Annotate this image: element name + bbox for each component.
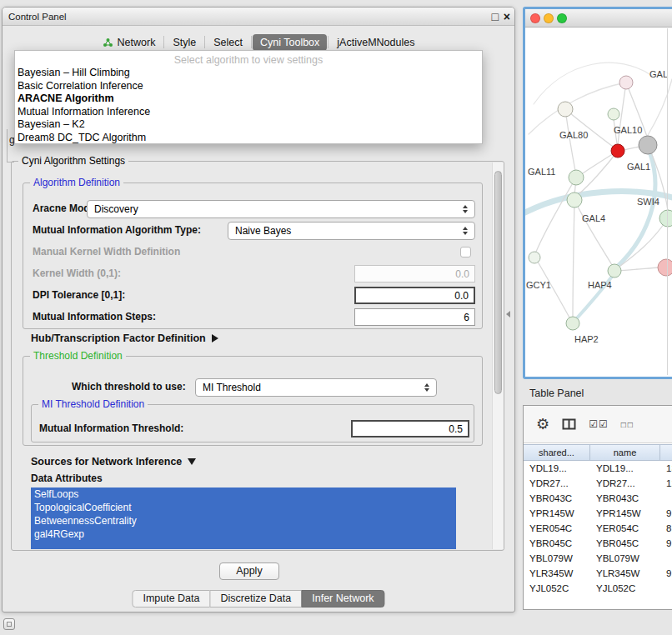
close-icon[interactable]: × bbox=[504, 8, 510, 25]
table-row[interactable]: YER054CYER054C8. bbox=[524, 521, 672, 536]
network-node[interactable] bbox=[569, 170, 584, 185]
column-header[interactable]: name bbox=[590, 444, 660, 461]
node-label: GAL4 bbox=[582, 213, 605, 223]
manual-kernel-checkbox bbox=[460, 247, 471, 258]
sources-expander[interactable]: Sources for Network Inference bbox=[31, 456, 196, 468]
network-node[interactable] bbox=[658, 259, 672, 276]
mi-type-select[interactable]: Naive Bayes bbox=[228, 222, 475, 240]
tab-separator bbox=[163, 36, 164, 48]
tab-select[interactable]: Select bbox=[206, 34, 250, 51]
expand-right-icon bbox=[212, 334, 218, 342]
network-node[interactable] bbox=[639, 136, 657, 154]
zoom-traffic-icon[interactable] bbox=[557, 13, 567, 23]
table-row[interactable]: YDR27...YDR27...12 bbox=[524, 476, 672, 491]
algorithm-menu-item[interactable]: ARACNE Algorithm bbox=[15, 92, 482, 106]
table-cell: YLR345W bbox=[590, 566, 660, 581]
column-header[interactable]: shared... bbox=[524, 444, 590, 461]
network-edge bbox=[536, 178, 576, 252]
network-node[interactable] bbox=[611, 144, 624, 158]
table-row[interactable]: YDL19...YDL19...13 bbox=[524, 461, 672, 476]
columns-icon[interactable] bbox=[562, 418, 576, 430]
attribute-item-partial[interactable] bbox=[31, 541, 456, 549]
tab-label: Select bbox=[213, 37, 243, 48]
mi-type-value: Naive Bayes bbox=[235, 225, 458, 237]
float-window-icon[interactable]: □ bbox=[492, 8, 499, 25]
table-cell bbox=[660, 491, 672, 506]
select-all-icon[interactable]: ☑☑ bbox=[589, 418, 609, 430]
network-view-window: GALGAL80GAL10GAL11GAL1SWI4GAL4GCY1HAP4HA… bbox=[523, 7, 672, 379]
network-edge bbox=[624, 147, 639, 150]
table-row[interactable]: YLR345WYLR345W9. bbox=[524, 566, 672, 581]
deselect-all-icon[interactable]: □□ bbox=[621, 420, 634, 429]
algorithm-menu-item[interactable]: Bayesian – K2 bbox=[15, 118, 482, 132]
network-node[interactable] bbox=[529, 252, 540, 263]
bottom-tab-impute-data[interactable]: Impute Data bbox=[132, 590, 210, 608]
gear-icon[interactable]: ⚙ bbox=[536, 415, 549, 433]
attribute-item[interactable]: BetweennessCentrality bbox=[31, 514, 456, 528]
tab-jactivemnodules[interactable]: jActiveMNodules bbox=[329, 34, 422, 51]
network-edge bbox=[534, 62, 652, 104]
table-cell: YDL19... bbox=[590, 461, 660, 476]
threshold-type-select[interactable]: MI Threshold bbox=[195, 378, 437, 397]
algorithm-menu-item[interactable]: Basic Correlation Inference bbox=[15, 80, 482, 93]
kernel-width-input bbox=[354, 265, 475, 282]
mi-type-label: Mutual Information Algorithm Type: bbox=[33, 224, 201, 236]
table-row[interactable]: YJL052CYJL052C bbox=[524, 581, 672, 596]
spinner-arrows-icon bbox=[463, 227, 468, 235]
tab-network[interactable]: Network bbox=[95, 34, 163, 51]
mi-steps-label: Mutual Information Steps: bbox=[33, 311, 156, 322]
hub-definition-label: Hub/Transcription Factor Definition bbox=[31, 332, 206, 344]
table-cell: 9. bbox=[660, 536, 672, 551]
mi-threshold-input[interactable] bbox=[351, 420, 469, 438]
apply-button[interactable]: Apply bbox=[219, 562, 279, 580]
table-cell: YBR045C bbox=[524, 536, 590, 551]
network-node[interactable] bbox=[659, 210, 672, 227]
network-edge bbox=[565, 109, 575, 171]
algorithm-menu-item[interactable]: Mutual Information Inference bbox=[15, 106, 482, 119]
table-cell: YPR145W bbox=[590, 506, 660, 521]
hub-definition-expander[interactable]: Hub/Transcription Factor Definition bbox=[31, 332, 218, 344]
panel-collapse-icon[interactable] bbox=[506, 311, 510, 318]
attribute-item[interactable]: TopologicalCoefficient bbox=[31, 501, 456, 514]
node-label: HAP4 bbox=[588, 280, 612, 290]
table-row[interactable]: YBR045CYBR045C9. bbox=[524, 536, 672, 551]
attribute-item[interactable]: SelfLoops bbox=[31, 488, 456, 501]
aracne-mode-select[interactable]: Discovery bbox=[87, 200, 475, 218]
close-traffic-icon[interactable] bbox=[530, 13, 540, 23]
tab-label: Network bbox=[118, 37, 156, 48]
node-label: GAL1 bbox=[627, 162, 650, 172]
panel-dock-icon[interactable] bbox=[3, 618, 15, 630]
network-node[interactable] bbox=[567, 192, 582, 208]
mi-steps-input[interactable] bbox=[354, 308, 475, 326]
algorithm-menu-item[interactable]: Dream8 DC_TDC Algorithm bbox=[15, 132, 482, 145]
table-cell: YBL079W bbox=[524, 551, 590, 566]
network-canvas[interactable]: GALGAL80GAL10GAL11GAL1SWI4GAL4GCY1HAP4HA… bbox=[525, 28, 672, 377]
table-row[interactable]: YBR043CYBR043C bbox=[524, 491, 672, 506]
minimize-traffic-icon[interactable] bbox=[544, 13, 554, 23]
table-toolbar: ⚙ ☑☑ □□ bbox=[524, 406, 672, 443]
column-header[interactable] bbox=[660, 444, 672, 461]
network-node[interactable] bbox=[566, 317, 579, 330]
bottom-tab-infer-network[interactable]: Infer Network bbox=[301, 590, 384, 608]
control-panel-titlebar: Control Panel □ × bbox=[3, 8, 514, 26]
dpi-tolerance-label: DPI Tolerance [0,1]: bbox=[33, 289, 125, 301]
tab-style[interactable]: Style bbox=[165, 34, 203, 51]
attribute-item[interactable]: gal4RGexp bbox=[31, 528, 456, 541]
dpi-tolerance-input[interactable] bbox=[354, 287, 475, 304]
menu-item-list: Bayesian – Hill ClimbingBasic Correlatio… bbox=[15, 67, 482, 144]
network-node[interactable] bbox=[558, 102, 573, 117]
algorithm-menu-item[interactable]: Bayesian – Hill Climbing bbox=[15, 67, 482, 80]
table-cell: YER054C bbox=[590, 521, 660, 536]
table-cell: 9. bbox=[660, 566, 672, 581]
network-node[interactable] bbox=[608, 108, 619, 120]
table-row[interactable]: YBL079WYBL079W bbox=[524, 551, 672, 566]
table-row[interactable]: YPR145WYPR145W9. bbox=[524, 506, 672, 521]
group-title: Cyni Algorithm Settings bbox=[18, 155, 128, 167]
network-node[interactable] bbox=[619, 76, 633, 89]
tab-cyni-toolbox[interactable]: Cyni Toolbox bbox=[253, 34, 327, 51]
scrollbar-thumb[interactable] bbox=[494, 171, 502, 394]
network-node[interactable] bbox=[608, 264, 621, 278]
bottom-tab-discretize-data[interactable]: Discretize Data bbox=[210, 590, 303, 608]
algorithm-select-menu: Select algorithm to view settings Bayesi… bbox=[14, 50, 483, 144]
triangle-down-icon bbox=[188, 458, 196, 465]
